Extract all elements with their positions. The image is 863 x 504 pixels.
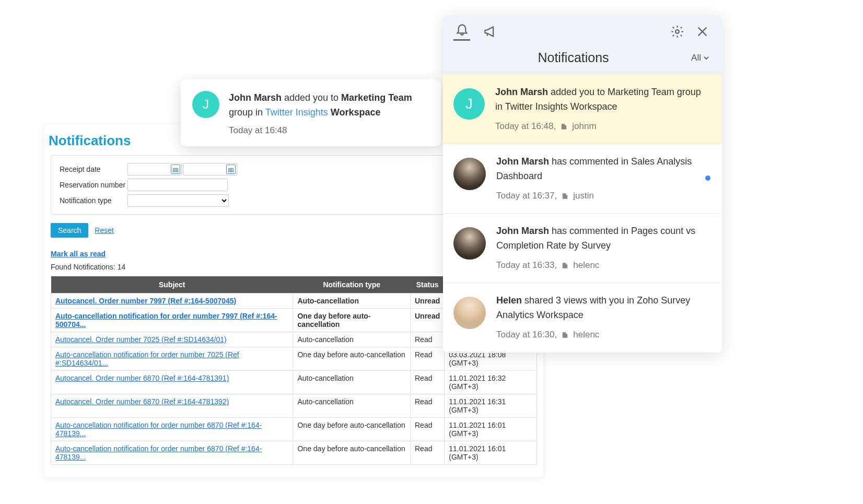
table-row: Auto-cancellation notification for order…	[51, 441, 537, 465]
notification-item[interactable]: JJohn Marsh added you to Marketing Team …	[443, 75, 722, 144]
building-icon	[561, 261, 569, 269]
cell-receipt: 11.01.2021 16:01 (GMT+3)	[445, 441, 537, 465]
notification-type-label: Notification type	[60, 196, 127, 205]
bell-icon	[455, 22, 469, 38]
toast-time: Today at 16:48	[229, 125, 428, 136]
receipt-date-label: Receipt date	[60, 165, 127, 173]
cell-type: Auto-cancellation	[293, 294, 411, 309]
notification-item[interactable]: John Marsh has commented in Sales Analys…	[443, 144, 722, 214]
unread-indicator	[705, 175, 710, 181]
notification-message: Helen shared 3 views with you in Zoho Su…	[496, 294, 709, 323]
subject-link[interactable]: Auto-cancellation notification for order…	[55, 421, 262, 438]
cell-receipt: 11.01.2021 16:32 (GMT+3)	[445, 371, 537, 394]
workspace-link[interactable]: Twitter Insights	[265, 107, 328, 118]
table-row: Autocancel. Order number 6870 (Ref #:164…	[51, 394, 537, 418]
col-type: Notification type	[293, 276, 411, 294]
cell-status: Unread	[410, 309, 444, 332]
cell-receipt: 11.01.2021 16:31 (GMT+3)	[445, 394, 537, 418]
cell-type: Auto-cancellation	[293, 332, 411, 347]
cell-status: Read	[410, 371, 444, 394]
megaphone-icon	[483, 25, 497, 41]
avatar: J	[192, 91, 219, 118]
filter-dropdown[interactable]: All	[691, 53, 709, 63]
notification-meta: Today at 16:33,helenc	[496, 259, 709, 272]
notifications-panel: Notifications All JJohn Marsh added you …	[443, 16, 722, 353]
cell-type: One day before auto-cancellation	[293, 418, 411, 441]
table-row: Autocancel. Order number 6870 (Ref #:164…	[51, 371, 537, 394]
subject-link[interactable]: Autocancel. Order number 6870 (Ref #:164…	[55, 397, 229, 406]
svg-point-0	[675, 30, 679, 33]
cell-status: Read	[410, 332, 444, 347]
avatar	[453, 297, 486, 329]
subject-link[interactable]: Auto-cancellation notification for order…	[55, 444, 262, 461]
toast-message: John Marsh added you to Marketing Team g…	[229, 91, 428, 120]
notification-message: John Marsh has commented in Pages count …	[496, 224, 709, 253]
cell-type: One day before auto-cancellation	[293, 441, 411, 465]
panel-title: Notifications	[456, 50, 691, 65]
avatar	[453, 158, 486, 190]
close-button[interactable]	[694, 24, 710, 41]
reservation-number-input[interactable]	[127, 179, 228, 191]
receipt-date-from[interactable]	[127, 163, 182, 175]
col-subject: Subject	[51, 276, 293, 294]
cell-status: Read	[410, 394, 444, 418]
notification-meta: Today at 16:48,johnm	[495, 120, 709, 133]
notification-message: John Marsh has commented in Sales Analys…	[496, 155, 709, 184]
subject-link[interactable]: Auto-cancellation notification for order…	[55, 312, 277, 329]
cell-status: Unread	[410, 294, 444, 309]
bell-tab[interactable]	[453, 24, 470, 41]
calendar-icon[interactable]	[171, 165, 180, 174]
calendar-icon[interactable]	[226, 165, 236, 174]
close-icon	[695, 25, 709, 41]
notification-toast[interactable]: J John Marsh added you to Marketing Team…	[181, 79, 441, 146]
cell-status: Read	[410, 441, 444, 465]
subject-link[interactable]: Autocancel. Order number 7997 (Ref #:164…	[55, 297, 236, 305]
chevron-down-icon	[703, 53, 709, 63]
subject-link[interactable]: Autocancel. Order number 7025 (Ref #:SD1…	[55, 335, 227, 344]
notification-item[interactable]: John Marsh has commented in Pages count …	[443, 214, 722, 283]
subject-link[interactable]: Auto-cancellation notification for order…	[55, 350, 239, 367]
receipt-date-to[interactable]	[183, 163, 237, 175]
notification-message: John Marsh added you to Marketing Team g…	[495, 85, 709, 114]
cell-type: One day before auto-cancellation	[293, 309, 411, 332]
building-icon	[560, 122, 568, 131]
search-button[interactable]: Search	[51, 223, 88, 238]
subject-link[interactable]: Autocancel. Order number 6870 (Ref #:164…	[55, 374, 229, 382]
notification-type-select[interactable]	[127, 194, 229, 207]
cell-type: Auto-cancellation	[293, 394, 411, 418]
avatar	[453, 227, 486, 260]
avatar: J	[453, 88, 485, 120]
cell-status: Read	[410, 418, 444, 441]
table-row: Auto-cancellation notification for order…	[51, 418, 537, 441]
settings-button[interactable]	[669, 24, 685, 41]
cell-type: Auto-cancellation	[293, 371, 411, 394]
col-status: Status	[410, 276, 444, 294]
cell-type: One day before auto-cancellation	[293, 347, 411, 371]
cell-receipt: 11.01.2021 16:01 (GMT+3)	[445, 418, 537, 441]
notification-meta: Today at 16:37,justin	[496, 189, 709, 203]
building-icon	[561, 331, 569, 339]
notification-meta: Today at 16:30,helenc	[496, 328, 709, 342]
reset-link[interactable]: Reset	[95, 226, 114, 235]
reservation-number-label: Reservation number	[60, 181, 127, 189]
announcements-tab[interactable]	[482, 24, 498, 41]
notification-item[interactable]: Helen shared 3 views with you in Zoho Su…	[443, 283, 722, 353]
cell-status: Read	[410, 347, 444, 371]
mark-all-read-link[interactable]: Mark all as read	[51, 250, 106, 258]
building-icon	[561, 192, 569, 200]
gear-icon	[670, 25, 684, 41]
